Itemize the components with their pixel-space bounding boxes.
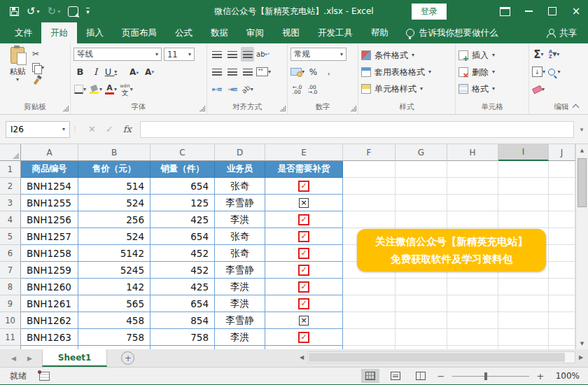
cell[interactable]: ✓ [265,228,343,245]
empty-cell[interactable] [396,329,447,346]
cell[interactable]: 524 [78,228,150,245]
column-header-A[interactable]: A [21,144,78,161]
scroll-up-icon[interactable]: ▲ [576,144,588,156]
wrap-text-button[interactable]: ab↩ [256,47,270,62]
cell[interactable]: 5142 [78,245,150,262]
cancel-icon[interactable]: ✕ [88,124,96,134]
bottom-align-button[interactable] [241,47,254,62]
empty-cell[interactable] [447,279,498,295]
find-select-button[interactable]: ▾ [547,64,561,79]
empty-cell[interactable] [549,295,575,312]
cell[interactable]: 654 [150,178,215,195]
empty-cell[interactable] [498,329,549,346]
delete-cells-button[interactable]: 删除▾ [458,64,526,80]
vertical-scrollbar[interactable]: ▲ ▼ [575,144,588,349]
sheet-tab-sheet1[interactable]: Sheet1 [42,349,108,367]
copy-button[interactable]: ▾ [32,62,44,74]
enter-icon[interactable]: ✓ [106,124,113,134]
empty-cell[interactable] [447,329,498,346]
empty-cell[interactable] [396,161,447,178]
cell-styles-button[interactable]: 单元格样式▾ [361,80,452,97]
font-dialog-launcher[interactable] [200,106,205,111]
increase-decimal-button[interactable]: ←.0.00 [290,82,304,97]
row-header-4[interactable]: 4 [0,211,21,228]
vertical-scroll-thumb[interactable] [578,158,587,207]
cell[interactable]: 425 [150,211,215,228]
cell[interactable]: 758 [150,329,215,346]
borders-button[interactable]: ▾ [74,82,87,97]
comma-style-button[interactable]: ， [322,64,335,79]
cell[interactable]: ✓ [265,211,343,228]
percent-style-button[interactable]: % [307,64,320,79]
horizontal-scrollbar[interactable]: ◀ ▶ [296,351,587,363]
normal-view-button[interactable] [361,369,379,383]
cut-button[interactable]: ✂ [32,48,44,59]
row-header-1[interactable]: 1 [0,161,21,178]
cell[interactable]: × [265,312,343,329]
undo-icon[interactable]: ↺▾ [27,6,40,17]
cell[interactable]: 425 [150,279,215,295]
cell[interactable]: BNH1255 [21,195,78,211]
cell[interactable]: 142 [78,279,150,295]
empty-cell[interactable] [343,329,396,346]
phonetic-button[interactable]: wén文▾ [120,82,133,97]
fill-color-button[interactable]: ▾ [89,82,102,97]
cell[interactable]: ✓ [265,329,343,346]
empty-cell[interactable] [447,161,498,178]
empty-cell[interactable] [396,211,447,228]
font-color-button[interactable]: A▾ [104,82,118,97]
column-header-E[interactable]: E [265,144,343,161]
empty-cell[interactable] [498,195,549,211]
clear-button[interactable]: ▾ [532,82,545,97]
cell[interactable]: 李雪静 [215,195,265,211]
save-icon[interactable] [10,7,19,16]
share-button[interactable]: 共享 [547,22,588,43]
horizontal-scroll-thumb[interactable] [309,353,565,362]
ribbon-tab-视图[interactable]: 视图 [273,22,309,43]
alignment-dialog-launcher[interactable] [280,106,286,111]
cell[interactable]: ✓ [265,245,343,262]
italic-button[interactable]: I [89,64,102,79]
sort-filter-button[interactable]: AZ▼▾ [547,47,561,62]
cell[interactable]: BNH1262 [21,312,78,329]
increase-indent-button[interactable]: ⇥≡ [225,82,239,97]
row-header-11[interactable]: 11 [0,329,21,346]
format-as-table-button[interactable]: 套用表格格式▾ [361,64,452,80]
cell[interactable]: 李洪 [215,279,265,295]
cell[interactable]: 李洪 [215,211,265,228]
cell[interactable]: ✓ [265,262,343,279]
empty-cell[interactable] [447,211,498,228]
cell[interactable]: ✓ [265,178,343,195]
cell[interactable]: 854 [150,312,215,329]
conditional-formatting-button[interactable]: 条件格式▾ [361,47,452,64]
cell[interactable]: BNH1263 [21,329,78,346]
page-break-view-button[interactable] [412,369,430,383]
empty-cell[interactable] [396,195,447,211]
align-left-button[interactable] [210,64,223,79]
autosum-button[interactable]: Σ▾ [532,47,545,62]
empty-cell[interactable] [549,262,575,279]
decrease-font-button[interactable]: A▾ [143,64,156,79]
align-center-button[interactable] [225,64,239,79]
cell[interactable]: 514 [78,178,150,195]
cell[interactable]: 524 [78,195,150,211]
empty-cell[interactable] [343,295,396,312]
cell[interactable]: BNH1259 [21,262,78,279]
cell[interactable]: 458 [78,312,150,329]
close-button[interactable]: × [564,0,588,22]
empty-cell[interactable] [549,178,575,195]
zoom-out-icon[interactable]: − [437,371,445,382]
merge-center-button[interactable]: ▾ [256,64,271,79]
empty-cell[interactable] [549,161,575,178]
empty-cell[interactable] [396,295,447,312]
paste-button[interactable]: 粘贴 ▾ [3,46,32,88]
empty-cell[interactable] [498,295,549,312]
macro-record-icon[interactable] [39,372,50,381]
increase-font-button[interactable]: A▴ [127,64,141,79]
number-dialog-launcher[interactable] [351,106,356,111]
cell[interactable]: 654 [150,295,215,312]
empty-cell[interactable] [447,178,498,195]
cell[interactable]: ✓ [265,279,343,295]
scroll-left-icon[interactable]: ◀ [296,354,307,360]
fill-button[interactable]: ↓▾ [532,64,545,79]
